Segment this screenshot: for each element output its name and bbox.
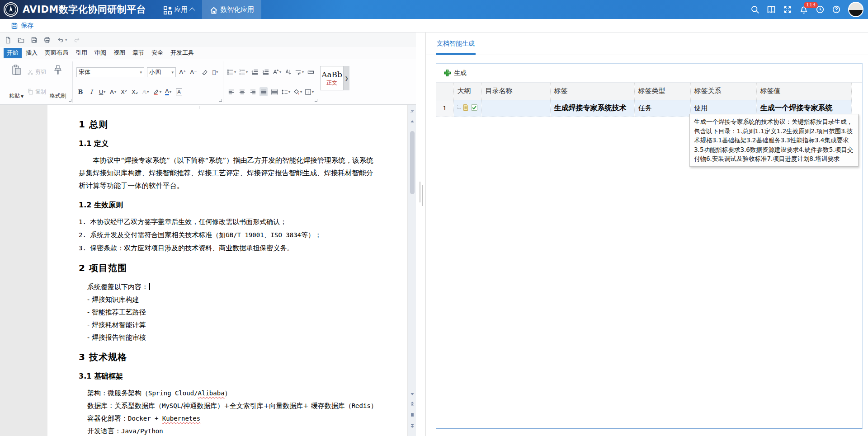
new-document-button[interactable] (5, 37, 11, 43)
chevron-up-icon (189, 7, 195, 13)
shading-button[interactable]: ▾ (293, 87, 302, 96)
menu-tab-章节[interactable]: 章节 (129, 48, 147, 58)
outline-cell[interactable] (453, 100, 481, 117)
search-icon[interactable] (750, 5, 760, 14)
menu-tab-安全[interactable]: 安全 (148, 48, 166, 58)
highlight-color-button[interactable]: ▾ (152, 87, 161, 96)
borders-button[interactable]: ▾ (305, 87, 314, 96)
format-painter-button[interactable]: 格式刷 (47, 62, 69, 102)
document-icon[interactable] (462, 104, 469, 113)
font-size-select[interactable]: 小四▾ (147, 67, 176, 77)
ribbon-collapse-icon[interactable] (408, 108, 416, 115)
document-scrollbar[interactable] (408, 105, 416, 436)
scroll-up-arrow[interactable] (408, 118, 416, 125)
tag-type-cell[interactable]: 任务 (634, 100, 690, 117)
superscript-button[interactable]: X² (120, 87, 128, 96)
column-header[interactable]: 标签类型 (634, 83, 690, 100)
font-name-select[interactable]: 宋体▾ (76, 67, 144, 77)
document-page[interactable]: 1 总则1.1 定义本协议中“焊接专家系统”（以下简称“系统”）指由乙方开发的智… (47, 105, 407, 436)
notifications-bell-icon[interactable]: 113 (799, 5, 808, 14)
clipboard-group: 粘贴▾ 剪切 复制 格式刷 (3, 61, 72, 103)
decrease-font-button[interactable]: A⁻ (189, 68, 198, 77)
paste-button[interactable]: 粘贴▾ (6, 62, 26, 102)
directory-name-cell[interactable] (481, 100, 550, 117)
scroll-down-arrow[interactable] (408, 391, 416, 397)
casc-logo (4, 2, 18, 17)
print-button[interactable] (44, 37, 51, 43)
previous-page-button[interactable] (408, 401, 416, 407)
navbar-actions: 113 (750, 0, 863, 19)
column-header[interactable]: 目录名称 (481, 83, 550, 100)
menu-tab-插入[interactable]: 插入 (23, 48, 41, 58)
menu-tab-页面布局[interactable]: 页面布局 (42, 48, 71, 58)
subscript-button[interactable]: X₂ (131, 87, 139, 96)
handbook-icon[interactable] (767, 5, 776, 14)
undo-button[interactable]: ▾ (57, 37, 67, 43)
menu-tab-开始[interactable]: 开始 (4, 48, 22, 58)
nav-home-app[interactable]: 数智化应用 (202, 0, 261, 19)
doc-heading: 2 项目范围 (79, 262, 380, 274)
ruler-toggle-button[interactable] (307, 68, 315, 77)
cut-button[interactable]: 剪切 (27, 68, 46, 76)
line-spacing-button[interactable]: ▾ (281, 87, 290, 96)
pinyin-guide-button[interactable]: 文̄▾ (211, 68, 219, 77)
sort-button[interactable] (284, 68, 292, 77)
column-header[interactable]: 标签 (550, 83, 634, 100)
menu-tab-视图[interactable]: 视图 (110, 48, 128, 58)
tag-cell[interactable]: 生成焊接专家系统技术 (550, 100, 634, 117)
text-effects-button[interactable]: 𝔸▾ (142, 87, 150, 96)
outdent-icon (251, 69, 258, 75)
help-icon[interactable] (832, 5, 841, 14)
character-scale-button[interactable]: ▾ (272, 68, 281, 77)
italic-button[interactable]: I (87, 87, 95, 96)
dialog-launcher-icon[interactable] (69, 99, 71, 102)
select-browse-object-button[interactable] (408, 412, 416, 418)
column-header[interactable]: 标签值 (756, 83, 851, 100)
checked-checkbox-icon[interactable] (471, 104, 478, 113)
underline-button[interactable]: U▾ (98, 87, 106, 96)
bold-button[interactable]: B (76, 87, 85, 96)
save-button[interactable]: 保存 (11, 22, 33, 30)
column-header[interactable]: 大纲 (453, 83, 481, 100)
nav-apps-menu[interactable]: 应用 (156, 0, 202, 19)
character-border-button[interactable]: A (175, 87, 183, 96)
clear-format-button[interactable] (200, 68, 208, 77)
history-clock-icon[interactable] (816, 5, 825, 14)
redo-button[interactable] (74, 37, 80, 43)
increase-indent-button[interactable] (261, 68, 269, 77)
document-canvas[interactable]: 1 总则1.1 定义本协议中“焊接专家系统”（以下简称“系统”）指由乙方开发的智… (0, 105, 416, 436)
scrollbar-thumb[interactable] (410, 131, 415, 194)
menu-tab-引用[interactable]: 引用 (72, 48, 90, 58)
misspelled-word: Alibaba (198, 389, 225, 397)
align-center-button[interactable] (238, 87, 246, 96)
quick-save-button[interactable] (31, 37, 38, 43)
column-header[interactable]: 标签关系 (690, 83, 756, 100)
copy-button[interactable]: 复制 (27, 88, 46, 96)
pane-splitter[interactable] (416, 33, 426, 436)
text-direction-button[interactable]: ▾ (295, 68, 304, 77)
chevron-down-icon: ▾ (21, 93, 24, 99)
menu-tab-开发工具[interactable]: 开发工具 (167, 48, 197, 58)
document-content[interactable]: 1 总则1.1 定义本协议中“焊接专家系统”（以下简称“系统”）指由乙方开发的智… (47, 105, 407, 436)
style-gallery-expand-button[interactable]: ❯ (344, 66, 349, 90)
open-file-button[interactable] (18, 37, 24, 43)
next-page-button[interactable] (408, 422, 416, 429)
strikethrough-button[interactable]: A▾ (109, 87, 117, 96)
align-right-button[interactable] (249, 87, 257, 96)
user-avatar[interactable] (848, 2, 863, 17)
style-normal-item[interactable]: AaBb 正文 (320, 66, 344, 90)
align-left-button[interactable] (227, 87, 235, 96)
dialog-launcher-icon[interactable] (219, 99, 222, 102)
font-color-button[interactable]: A▾ (164, 87, 172, 96)
distribute-button[interactable] (270, 87, 278, 96)
numbered-list-button[interactable]: ▾ (239, 68, 248, 77)
bullet-list-button[interactable]: ▾ (227, 68, 236, 77)
dialog-launcher-icon[interactable] (315, 99, 317, 102)
fullscreen-icon[interactable] (783, 5, 792, 14)
decrease-indent-button[interactable] (250, 68, 259, 77)
increase-font-button[interactable]: A⁺ (179, 68, 187, 77)
justify-button[interactable] (259, 87, 268, 96)
generate-button[interactable]: 生成 (443, 69, 467, 77)
menu-tab-审阅[interactable]: 审阅 (91, 48, 109, 58)
tab-doc-smart-generation[interactable]: 文档智能生成 (436, 40, 476, 55)
